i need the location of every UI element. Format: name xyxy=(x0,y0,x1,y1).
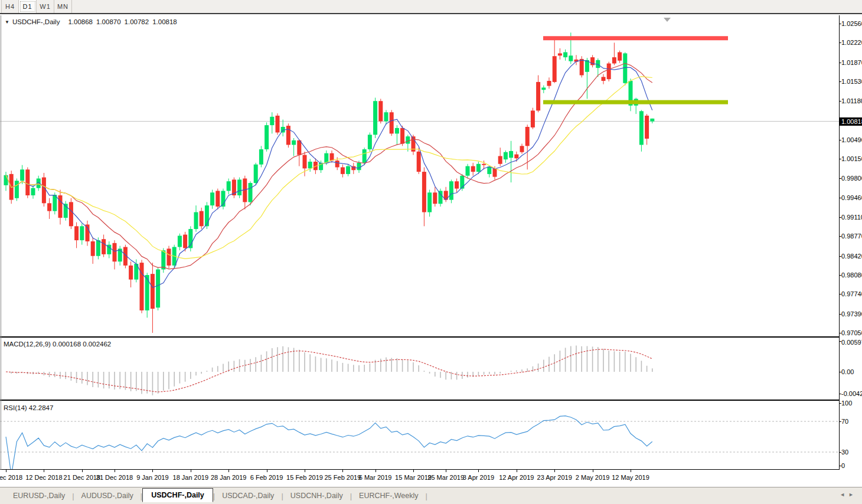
timeframe-button-mn[interactable]: MN xyxy=(54,0,72,13)
resistance-line[interactable] xyxy=(543,36,728,40)
tab-eurusd-daily[interactable]: EURUSD-,Daily xyxy=(6,489,72,502)
high-value: 1.00870 xyxy=(96,18,121,25)
main-price-chart[interactable] xyxy=(0,15,862,336)
price-tick xyxy=(840,24,841,24)
candle-body xyxy=(482,164,486,165)
support-line[interactable] xyxy=(543,100,728,104)
candle-body xyxy=(227,181,231,191)
price-tick xyxy=(840,159,841,159)
candle-body xyxy=(200,211,204,227)
candles[interactable] xyxy=(4,32,655,333)
candle-body xyxy=(498,156,502,163)
date-tick-label: 28 Jan 2019 xyxy=(211,474,247,481)
date-tick xyxy=(631,470,631,472)
macd-histogram xyxy=(6,345,652,395)
candle-body xyxy=(639,111,644,145)
candle-body xyxy=(194,212,198,230)
date-tick-label: 3 Apr 2019 xyxy=(463,474,494,481)
date-axis[interactable]: 3 Dec 201812 Dec 201821 Dec 201831 Dec 2… xyxy=(0,470,862,487)
candle-body xyxy=(161,250,165,269)
date-tick-label: 15 Mar 2019 xyxy=(395,474,432,481)
macd-label: MACD(12,26,9) xyxy=(4,341,51,348)
date-tick-label: 12 Apr 2019 xyxy=(499,474,534,481)
rsi-indicator-panel[interactable] xyxy=(0,401,862,470)
rsi-scale-tick xyxy=(840,466,841,466)
tab-eurchf-weekly[interactable]: EURCHF-,Weekly xyxy=(352,489,425,502)
candle-body xyxy=(378,101,383,121)
tab-scroll-arrows[interactable]: ◄► xyxy=(840,492,857,498)
macd-indicator-panel[interactable] xyxy=(0,338,862,400)
candle-body xyxy=(80,226,84,240)
candle-body xyxy=(91,241,95,256)
candle-body xyxy=(384,112,388,121)
candle-body xyxy=(466,166,470,176)
price-tick xyxy=(840,101,841,102)
ma-mid-line xyxy=(6,63,652,269)
date-tick-label: 12 Dec 2018 xyxy=(25,474,62,481)
date-tick xyxy=(517,470,517,472)
chart-menu-icon[interactable]: ▼ xyxy=(5,19,9,25)
chart-title: ▼USDCHF-,Daily1.008681.008701.007821.008… xyxy=(5,18,177,25)
price-scale[interactable]: 1.025601.022201.018701.015301.011801.004… xyxy=(840,15,862,470)
candle-body xyxy=(140,263,144,310)
candle-body xyxy=(20,169,24,181)
tab-audusd-daily[interactable]: AUDUSD-,Daily xyxy=(74,489,141,502)
candle-body xyxy=(156,270,160,308)
candle-body xyxy=(504,152,508,159)
close-value: 1.00818 xyxy=(152,18,177,25)
date-tick xyxy=(115,470,115,472)
timeframe-button-h4[interactable]: H4 xyxy=(1,0,19,13)
macd-signal-line xyxy=(6,349,652,392)
candle-body xyxy=(395,128,399,134)
candle-body xyxy=(102,239,106,254)
price-tick-label: 1.01870 xyxy=(841,59,862,66)
candle-body xyxy=(183,235,187,248)
candle-body xyxy=(400,128,404,144)
candle-body xyxy=(417,152,421,172)
candle-body xyxy=(487,167,491,174)
candle-body xyxy=(25,169,30,195)
candle-body xyxy=(4,175,8,185)
macd-scale-tick xyxy=(840,372,841,372)
macd-value-signal: 0.002462 xyxy=(83,341,111,348)
timeframe-button-d1[interactable]: D1 xyxy=(19,0,37,13)
candle-body xyxy=(476,164,481,172)
date-tick-label: 23 Apr 2019 xyxy=(537,474,572,481)
panel-separator[interactable] xyxy=(0,400,862,401)
price-tick-label: 1.00150 xyxy=(841,155,862,162)
date-tick xyxy=(152,470,153,472)
candle-body xyxy=(286,126,290,145)
candle-body xyxy=(292,140,296,145)
timeframe-button-w1[interactable]: W1 xyxy=(37,0,54,13)
candle-body xyxy=(460,176,464,189)
candle-body xyxy=(346,166,350,174)
price-tick xyxy=(840,275,841,276)
candle-body xyxy=(650,119,654,122)
price-tick-label: 0.98420 xyxy=(841,253,862,260)
candle-body xyxy=(563,53,567,58)
date-tick-label: 6 Mar 2019 xyxy=(359,474,392,481)
candle-body xyxy=(390,112,394,133)
candle-body xyxy=(536,82,540,111)
chart-left-border xyxy=(1,15,1,470)
tab-usdcnh-daily[interactable]: USDCNH-,Daily xyxy=(283,489,350,502)
date-tick xyxy=(228,470,229,472)
open-value: 1.00868 xyxy=(68,18,93,25)
candle-body xyxy=(368,135,372,149)
candle-body xyxy=(509,151,513,158)
price-tick xyxy=(840,42,841,43)
date-tick-label: 21 Dec 2018 xyxy=(64,474,100,481)
price-tick-label: 1.02220 xyxy=(841,39,862,46)
panel-separator[interactable] xyxy=(0,336,862,338)
candle-body xyxy=(373,101,377,135)
symbol-label: USDCHF-,Daily xyxy=(12,18,60,25)
candle-body xyxy=(612,57,616,63)
chart-region[interactable]: ▼USDCHF-,Daily1.008681.008701.007821.008… xyxy=(0,15,862,504)
candle-body xyxy=(471,166,475,172)
candle-body xyxy=(308,162,312,168)
tab-usdcad-daily[interactable]: USDCAD-,Daily xyxy=(215,489,281,502)
rsi-scale-tick xyxy=(840,421,841,422)
tab-usdchf-daily[interactable]: USDCHF-,Daily xyxy=(142,488,213,502)
rsi-scale-label: 30 xyxy=(841,449,848,456)
chart-shift-marker-icon xyxy=(664,18,671,22)
